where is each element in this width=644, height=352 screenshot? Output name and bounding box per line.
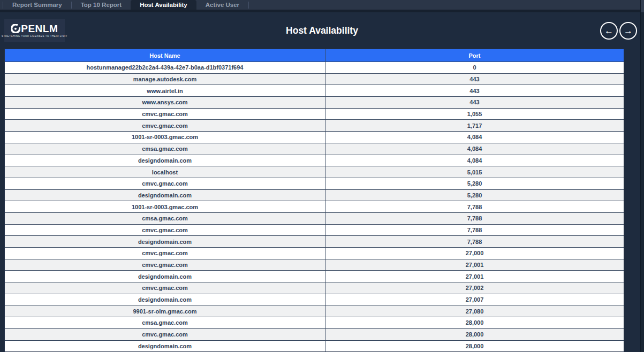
table-header-row: Host Name Port [5,49,624,62]
port-cell: 0 [325,62,624,73]
openlm-logo: OPENLM STRETCHING YOUR LICENSES TO THEIR… [4,19,65,42]
port-cell: 27,002 [325,282,624,294]
port-cell: 7,788 [325,236,624,247]
host-name-cell: cmvc.gmac.com [5,248,325,259]
port-cell: 5,015 [325,166,624,178]
tab-bar: Report SummaryTop 10 ReportHost Availabi… [0,0,644,12]
table-row: cmvc.gmac.com27,002 [5,282,624,294]
table-body: hostunmanaged22b2c2a4-439a-42e7-b0aa-d1b… [5,62,624,351]
host-name-cell: designdomain.com [5,190,325,201]
table-row: designdomain.com28,000 [5,340,624,352]
host-name-cell: cmsa.gmac.com [5,143,325,155]
port-cell: 28,000 [325,317,624,328]
host-name-cell: designdomain.com [5,341,325,352]
host-name-cell: cmvc.gmac.com [5,178,325,189]
table-row: cmsa.gmac.com4,084 [5,143,624,155]
tab-top-10-report[interactable]: Top 10 Report [72,0,131,10]
port-cell: 443 [325,97,624,108]
host-name-cell: 1001-sr-0003.gmac.com [5,201,325,212]
tab-host-availability[interactable]: Host Availability [131,0,196,10]
table-row: designdomain.com5,280 [5,189,624,201]
table-row: cmvc.gmac.com28,000 [5,328,624,340]
table-row: designdomain.com27,001 [5,270,624,282]
table-row: cmvc.gmac.com27,001 [5,259,624,271]
table-row: 1001-sr-0003.gmac.com7,788 [5,201,624,212]
table-row: 9901-sr-olm.gmac.com27,080 [5,305,624,317]
table-row: cmvc.gmac.com7,788 [5,224,624,236]
port-cell: 5,280 [325,178,624,189]
port-cell: 4,084 [325,143,624,155]
port-cell: 27,001 [325,259,624,271]
port-cell: 7,788 [325,201,624,212]
host-name-cell: designdomain.com [5,155,325,166]
next-page-button[interactable]: → [619,22,637,40]
port-cell: 28,000 [325,329,624,340]
host-name-cell: cmvc.gmac.com [5,329,325,340]
table-row: localhost5,015 [5,166,624,178]
prev-page-button[interactable]: ← [600,22,618,40]
port-cell: 4,084 [325,155,624,166]
host-name-cell: www.airtel.in [5,85,325,96]
page-title: Host Availability [0,25,644,36]
tab-report-summary[interactable]: Report Summary [3,0,71,10]
host-name-cell: cmvc.gmac.com [5,225,325,236]
port-cell: 27,007 [325,294,624,305]
table-row: cmvc.gmac.com5,280 [5,178,624,189]
tab-active-user[interactable]: Active User [196,0,248,10]
host-name-cell: 1001-sr-0003.gmac.com [5,132,325,143]
host-name-cell: 9901-sr-olm.gmac.com [5,305,325,317]
column-header-port: Port [325,49,624,62]
port-cell: 27,000 [325,248,624,259]
report-header: OPENLM STRETCHING YOUR LICENSES TO THEIR… [0,12,644,49]
tab-divider [248,2,249,9]
port-cell: 443 [325,74,624,85]
host-name-cell: designdomain.com [5,236,325,247]
host-name-cell: www.ansys.com [5,97,325,108]
table-row: designdomain.com27,007 [5,294,624,305]
host-name-cell: hostunmanaged22b2c2a4-439a-42e7-b0aa-d1b… [5,62,325,73]
logo-tagline: STRETCHING YOUR LICENSES TO THEIR LIMIT [2,35,67,37]
table-row: hostunmanaged22b2c2a4-439a-42e7-b0aa-d1b… [5,62,624,73]
table-row: manage.autodesk.com443 [5,73,624,85]
host-name-cell: designdomain.com [5,271,325,282]
port-cell: 4,084 [325,132,624,143]
host-name-cell: cmvc.gmac.com [5,259,325,271]
table-row: www.airtel.in443 [5,85,624,96]
port-cell: 443 [325,85,624,96]
host-name-cell: manage.autodesk.com [5,74,325,85]
port-cell: 5,280 [325,190,624,201]
port-cell: 1,055 [325,109,624,120]
port-cell: 7,788 [325,213,624,224]
column-header-host-name: Host Name [5,49,325,62]
host-name-cell: cmsa.gmac.com [5,213,325,224]
pagination-arrows: ← → [600,22,637,40]
host-name-cell: cmvc.gmac.com [5,282,325,294]
openlm-logo-row: OPENLM [11,24,58,34]
scrollbar-top-cap [641,0,644,12]
table-row: 1001-sr-0003.gmac.com4,084 [5,131,624,143]
right-arrow-icon: → [624,26,633,35]
table-row: cmvc.gmac.com27,000 [5,247,624,259]
left-arrow-icon: ← [604,26,613,35]
table-row: www.ansys.com443 [5,96,624,108]
table-row: cmvc.gmac.com1,055 [5,108,624,120]
host-name-cell: designdomain.com [5,294,325,305]
port-cell: 27,001 [325,271,624,282]
port-cell: 7,788 [325,225,624,236]
port-cell: 27,080 [325,305,624,317]
port-cell: 1,717 [325,120,624,131]
host-availability-table: Host Name Port hostunmanaged22b2c2a4-439… [4,49,624,352]
host-name-cell: cmvc.gmac.com [5,120,325,131]
table-row: cmvc.gmac.com1,717 [5,119,624,131]
logo-text: OPENLM [21,24,58,34]
table-row: cmsa.gmac.com28,000 [5,317,624,328]
table-row: designdomain.com7,788 [5,235,624,247]
host-name-cell: cmvc.gmac.com [5,109,325,120]
host-name-cell: localhost [5,166,325,178]
table-row: designdomain.com4,084 [5,155,624,166]
openlm-swirl-icon [11,24,20,33]
host-name-cell: cmsa.gmac.com [5,317,325,328]
vertical-scrollbar[interactable] [640,0,644,352]
port-cell: 28,000 [325,341,624,352]
table-row: cmsa.gmac.com7,788 [5,212,624,224]
